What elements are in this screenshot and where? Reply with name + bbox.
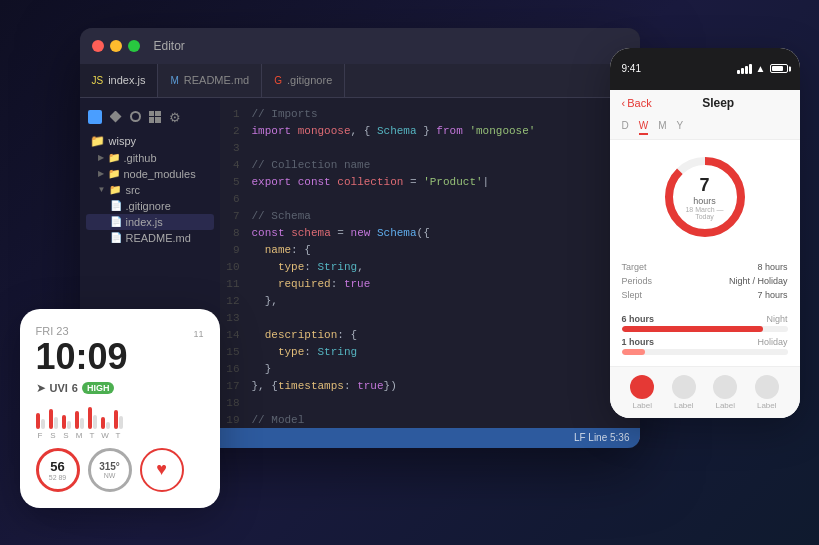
weather-time: 10:09 bbox=[36, 337, 128, 377]
status-text: LF Line 5:36 bbox=[574, 432, 630, 443]
legend-item-2: Label bbox=[672, 375, 696, 410]
search-icon[interactable] bbox=[130, 111, 141, 122]
sleep-period-tabs: D W M Y bbox=[610, 116, 800, 140]
tab-year[interactable]: Y bbox=[677, 120, 684, 135]
code-line-13: 13 bbox=[220, 310, 640, 327]
battery-icon bbox=[770, 64, 788, 73]
day-item-t1: T bbox=[88, 405, 97, 440]
legend-dot-2 bbox=[672, 375, 696, 399]
sleep-tracker: 9:41 ▲ ‹ Back Sleep bbox=[610, 48, 800, 418]
code-line-8: 8const schema = new Schema({ bbox=[220, 225, 640, 242]
sleep-title: Sleep bbox=[702, 96, 734, 110]
breakdown-holiday: 1 hours Holiday bbox=[622, 337, 788, 355]
code-line-4: 4// Collection name bbox=[220, 157, 640, 174]
github-folder[interactable]: ▶ 📁 .github bbox=[86, 150, 214, 166]
uvi-value: 6 bbox=[72, 382, 78, 394]
donut-label: 7 hours 18 March — Today bbox=[682, 174, 727, 219]
close-button[interactable] bbox=[92, 40, 104, 52]
project-root[interactable]: 📁 wispy bbox=[86, 132, 214, 150]
git-icon: G bbox=[274, 75, 282, 86]
git-branch-icon bbox=[110, 111, 122, 123]
code-line-10: 10 type: String, bbox=[220, 259, 640, 276]
tab-gitignore-label: .gitignore bbox=[287, 74, 332, 86]
legend-item-4: Label bbox=[755, 375, 779, 410]
night-bar-fill bbox=[622, 326, 763, 332]
code-line-2: 2import mongoose, { Schema } from 'mongo… bbox=[220, 123, 640, 140]
day-item-f: F bbox=[36, 405, 45, 440]
status-icons: ▲ bbox=[737, 63, 788, 74]
tab-readme-md[interactable]: M README.md bbox=[158, 64, 262, 97]
editor-statusbar: LF Line 5:36 bbox=[220, 428, 640, 448]
day-item-t2: T bbox=[114, 405, 123, 440]
phone-time: 9:41 bbox=[622, 63, 641, 74]
periods-row: Periods Night / Holiday bbox=[622, 274, 788, 288]
code-line-11: 11 required: true bbox=[220, 276, 640, 293]
hours-unit: hours bbox=[682, 195, 727, 205]
maximize-button[interactable] bbox=[128, 40, 140, 52]
wifi-icon: ▲ bbox=[756, 63, 766, 74]
day-item-s1: S bbox=[49, 405, 58, 440]
code-line-14: 14 description: { bbox=[220, 327, 640, 344]
weather-day-bars: F S S M T W T bbox=[36, 405, 204, 440]
holiday-bar-fill bbox=[622, 349, 645, 355]
signal-icon bbox=[737, 64, 752, 74]
sidebar-toolbar: ⚙ bbox=[80, 106, 220, 132]
code-line-17: 17}, {timestamps: true}) bbox=[220, 378, 640, 395]
sleep-legend: Label Label Label Label bbox=[610, 366, 800, 418]
slept-row: Slept 7 hours bbox=[622, 288, 788, 302]
legend-dot-1 bbox=[630, 375, 654, 399]
uvi-level: HIGH bbox=[82, 382, 115, 394]
gitignore-file[interactable]: 📄 .gitignore bbox=[86, 198, 214, 214]
uvi-label: UVI bbox=[50, 382, 68, 394]
target-row: Target 8 hours bbox=[622, 260, 788, 274]
night-bar-bg bbox=[622, 326, 788, 332]
settings-icon[interactable]: ⚙ bbox=[169, 110, 183, 124]
weather-widget: FRI 23 10:09 ➤ UVI 6 HIGH 11 F bbox=[20, 309, 220, 508]
code-line-12: 12 }, bbox=[220, 293, 640, 310]
src-folder[interactable]: ▼ 📁 src bbox=[86, 182, 214, 198]
minimize-button[interactable] bbox=[110, 40, 122, 52]
code-line-9: 9 name: { bbox=[220, 242, 640, 259]
legend-item-3: Label bbox=[713, 375, 737, 410]
code-line-6: 6 bbox=[220, 191, 640, 208]
folder-icon bbox=[88, 110, 102, 124]
donut-chart: 7 hours 18 March — Today bbox=[660, 152, 750, 242]
code-line-19: 19// Model bbox=[220, 412, 640, 429]
node-modules-folder[interactable]: ▶ 📁 node_modules bbox=[86, 166, 214, 182]
breakdown-night: 6 hours Night bbox=[622, 314, 788, 332]
weather-uvi: ➤ UVI 6 HIGH bbox=[36, 381, 128, 395]
code-line-5: 5export const collection = 'Product'| bbox=[220, 174, 640, 191]
tab-index-js[interactable]: JS index.js bbox=[80, 64, 159, 97]
editor-titlebar: Editor bbox=[80, 28, 640, 64]
weather-bottom: 56 52 89 315° NW ♥ bbox=[36, 448, 204, 492]
file-tree: 📁 wispy ▶ 📁 .github ▶ 📁 node_modules bbox=[80, 132, 220, 246]
editor-tabs: JS index.js M README.md G .gitignore bbox=[80, 64, 640, 98]
code-line-16: 16 } bbox=[220, 361, 640, 378]
tab-gitignore[interactable]: G .gitignore bbox=[262, 64, 345, 97]
code-line-18: 18 bbox=[220, 395, 640, 412]
grid-icon bbox=[149, 111, 161, 123]
tab-month[interactable]: M bbox=[658, 120, 666, 135]
indexjs-file[interactable]: 📄 index.js bbox=[86, 214, 214, 230]
tab-readme-label: README.md bbox=[184, 74, 249, 86]
day-item-w: W bbox=[101, 405, 110, 440]
day-item-s2: S bbox=[62, 405, 71, 440]
sleep-date-range: 18 March — Today bbox=[682, 205, 727, 219]
code-editor[interactable]: 1// Imports 2import mongoose, { Schema }… bbox=[220, 98, 640, 448]
code-line-7: 7// Schema bbox=[220, 208, 640, 225]
editor-title: Editor bbox=[154, 39, 185, 53]
tab-week[interactable]: W bbox=[639, 120, 648, 135]
legend-item-1: Label bbox=[630, 375, 654, 410]
tab-day[interactable]: D bbox=[622, 120, 629, 135]
legend-dot-4 bbox=[755, 375, 779, 399]
sleep-status-bar: 9:41 ▲ bbox=[610, 48, 800, 90]
code-line-1: 1// Imports bbox=[220, 106, 640, 123]
md-icon: M bbox=[170, 75, 178, 86]
readme-file[interactable]: 📄 README.md bbox=[86, 230, 214, 246]
sleep-breakdown: 6 hours Night 1 hours Holiday bbox=[610, 308, 800, 366]
heart-button[interactable]: ♥ bbox=[140, 448, 184, 492]
code-line-3: 3 bbox=[220, 140, 640, 157]
back-button[interactable]: ‹ Back bbox=[622, 97, 652, 109]
js-icon: JS bbox=[92, 75, 104, 86]
wind-badge: 315° NW bbox=[88, 448, 132, 492]
